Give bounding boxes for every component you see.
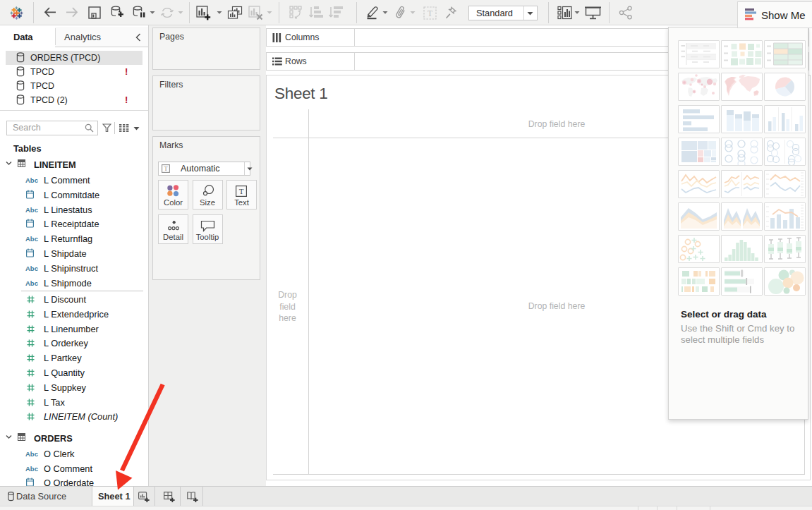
svg-text:T: T — [428, 9, 432, 18]
svg-text:T: T — [239, 187, 244, 195]
svg-text:T: T — [164, 165, 168, 172]
